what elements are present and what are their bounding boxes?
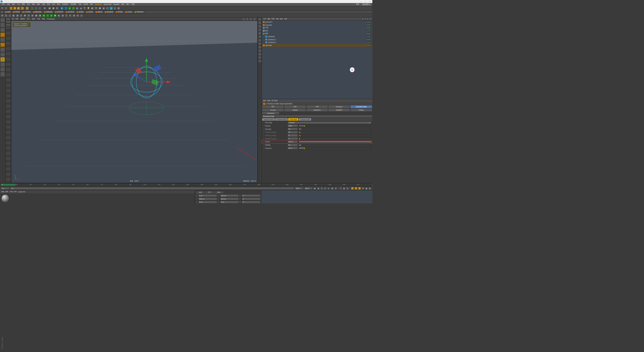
attrmenu-userdata[interactable]: 用户数据 [271, 100, 277, 102]
prop-slider[interactable] [299, 131, 371, 133]
timeline-tick[interactable]: 100 [143, 184, 158, 186]
st-6-icon[interactable]: ⊡ [19, 14, 23, 17]
tab-editing[interactable]: Editing [350, 108, 372, 112]
viewmenu-filter[interactable]: 过滤 [36, 18, 41, 20]
mograph-icon[interactable]: ⬢ [98, 7, 102, 10]
undo-icon[interactable]: ↶ [1, 7, 4, 10]
keyframe-dot-icon[interactable]: ○ [263, 135, 264, 136]
timeline-tick[interactable]: 25... [357, 184, 371, 186]
visibility-render-toggle[interactable] [368, 30, 370, 32]
coord-rot-field[interactable]: 0 ° [242, 198, 261, 200]
coord-system-icon[interactable]: ⊕ [43, 7, 47, 10]
timeline-start-field[interactable]: 0 F [1, 187, 10, 190]
keyframe-dot-icon[interactable]: ○ [263, 141, 264, 143]
menu-pipeline[interactable]: 流水线 [83, 3, 89, 6]
st-12-icon[interactable]: ◆ [42, 14, 46, 17]
menu-animate[interactable]: 动画 [41, 3, 46, 6]
extra2-icon[interactable]: ▤ [117, 7, 120, 10]
mode-edge-icon[interactable] [0, 47, 5, 52]
key-pos-icon[interactable]: P [351, 187, 354, 190]
tab-object[interactable]: 对象 [306, 105, 328, 108]
menu-tools[interactable]: 工具 [16, 3, 21, 6]
objmgr-filter-icon[interactable] [367, 18, 369, 20]
axis-y-icon[interactable]: Y [34, 7, 38, 10]
enable-toggle[interactable] [370, 24, 372, 26]
subtab-custom-data[interactable]: Custom Data [299, 118, 311, 121]
visibility-editor-toggle[interactable] [367, 36, 368, 37]
prop-value-field[interactable]: 30 [288, 144, 298, 146]
menu-mograph[interactable]: 运动图形 [69, 3, 77, 6]
loop-icon[interactable]: ⟲ [334, 187, 337, 190]
st-1-icon[interactable]: ⊞ [1, 14, 4, 17]
vp-nav1-icon[interactable] [242, 17, 245, 21]
object-row[interactable]: xpFluidFX [262, 21, 372, 24]
axis-z-icon[interactable]: Z [38, 7, 42, 10]
prop-slider[interactable] [299, 128, 371, 130]
field-group[interactable]: 组域 [4, 11, 11, 14]
st-8-icon[interactable]: ⊟ [27, 14, 30, 17]
timeline-tick[interactable]: 30 [44, 184, 58, 186]
keyframe-dot-icon[interactable]: ○ [263, 144, 264, 146]
mode-uvpoly-icon[interactable] [0, 62, 5, 67]
keyframe-dot-icon[interactable]: ○ [263, 128, 264, 130]
visibility-editor-toggle[interactable] [367, 27, 368, 29]
enable-toggle[interactable] [370, 36, 372, 37]
rnav-13-icon[interactable] [258, 60, 261, 63]
keyframe-dot-icon[interactable]: ○ [263, 125, 264, 127]
cv-icon[interactable]: ● [109, 7, 113, 10]
autokey-icon[interactable]: ◉ [343, 187, 346, 190]
rnav-2-icon[interactable] [258, 21, 261, 24]
visibility-render-toggle[interactable] [368, 21, 370, 23]
st-19-icon[interactable]: ✦ [68, 14, 72, 17]
pen-icon[interactable]: ✎ [64, 7, 68, 10]
timeline-tick[interactable]: 230 [328, 184, 343, 186]
timeline-end-field[interactable]: 250 F [295, 187, 304, 190]
key-param-icon[interactable]: A [361, 187, 365, 190]
field-sphere[interactable]: 球体域 [12, 11, 21, 14]
objmenu-objects[interactable]: 对象 [276, 18, 279, 20]
coord-rot-field[interactable]: 0 ° [242, 194, 261, 197]
viewmenu-display[interactable]: 显示 [26, 18, 31, 20]
render-region-icon[interactable]: ▦ [52, 7, 55, 10]
field-home-icon[interactable]: ⌂ [1, 11, 4, 13]
visibility-editor-toggle[interactable] [367, 21, 368, 23]
tab-basic[interactable]: 基本 [262, 105, 284, 108]
objmgr-eye-icon[interactable] [364, 18, 366, 20]
light-icon[interactable]: 💡 [87, 7, 90, 10]
timeline-tick[interactable]: 40 [58, 184, 72, 186]
enable-toggle[interactable] [370, 33, 372, 34]
visibility-render-toggle[interactable] [368, 33, 370, 34]
menu-spline[interactable]: 样条 [26, 3, 31, 6]
window-maximize-button[interactable]: □ [363, 1, 367, 2]
timeline-tick[interactable]: 150 [215, 184, 229, 186]
prop-slider[interactable] [299, 141, 371, 143]
window-minimize-button[interactable]: — [359, 1, 363, 2]
snap-2-icon[interactable] [6, 21, 10, 23]
mode-point-icon[interactable] [0, 42, 5, 47]
coord-size-field[interactable]: 160 cm [220, 194, 239, 197]
play-fwd-icon[interactable]: ▶ [324, 187, 327, 190]
field-icon[interactable]: ◉ [102, 7, 105, 10]
coord-size-field[interactable]: 0 cm [220, 201, 239, 203]
visibility-editor-toggle[interactable] [367, 39, 368, 40]
recent-tool-icon[interactable]: ✦ [25, 7, 29, 10]
matmenu-function[interactable]: 功能 [10, 191, 13, 193]
timeline-tick[interactable]: 0 [1, 184, 15, 186]
st-11-icon[interactable]: ▩ [38, 14, 42, 17]
coord-pos-field[interactable]: 0 cm [198, 201, 217, 203]
matmenu-cycles4d[interactable]: Cycles 4D [18, 191, 25, 193]
objmenu-view[interactable]: 查看 [271, 18, 274, 20]
rnav-6-icon[interactable] [258, 35, 261, 38]
timeline-tick[interactable]: 50 [72, 184, 87, 186]
viewmenu-view[interactable]: 查看 [15, 18, 19, 20]
psr-icon[interactable]: PSR [94, 7, 98, 10]
menu-mesh[interactable]: 网格 [21, 3, 26, 6]
visibility-render-toggle[interactable] [368, 42, 370, 43]
material-name[interactable]: CH_M [1, 203, 9, 203]
goto-start-icon[interactable]: ⏮ [313, 187, 316, 190]
coord-pos-field[interactable]: 200 cm [198, 198, 217, 200]
st-5-icon[interactable]: ◨ [16, 14, 19, 17]
prop-value-field[interactable]: 3 [288, 137, 298, 140]
extra1-icon[interactable]: ▾ [113, 7, 117, 10]
viewport-grip-icon[interactable] [12, 18, 14, 20]
